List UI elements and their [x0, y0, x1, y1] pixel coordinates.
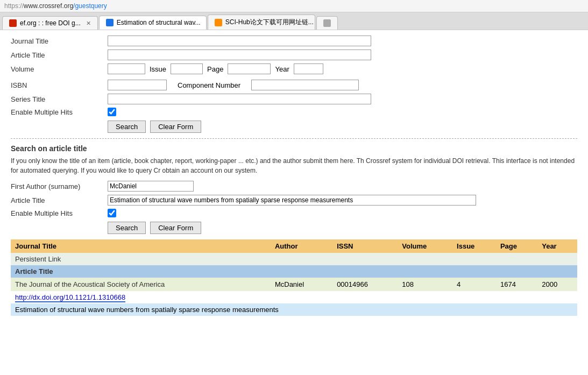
result-page: 1674 [496, 278, 537, 291]
first-author-input[interactable] [108, 181, 194, 192]
article-search-section: Search on article title If you only know… [11, 144, 577, 234]
top-clear-form-button[interactable]: Clear Form [150, 121, 201, 133]
article-section-description: If you only know the title of an item (a… [11, 156, 577, 175]
top-button-row: Search Clear Form [108, 121, 577, 133]
col-issue: Issue [452, 239, 496, 253]
article-title-input[interactable] [108, 195, 476, 206]
result-author: McDaniel [271, 278, 332, 291]
isbn-input[interactable] [108, 80, 167, 90]
result-issn: 00014966 [332, 278, 398, 291]
article-search-button[interactable]: Search [108, 222, 146, 234]
persistent-link-row: Persistent Link [11, 253, 577, 265]
results-table: Journal Title Author ISSN Volume Issue P… [11, 239, 577, 316]
isbn-row: ISBN Component Number [11, 80, 577, 90]
isbn-label: ISBN [11, 81, 108, 89]
volume-row: Volume Issue Page Year [11, 63, 577, 74]
journal-title-label: Journal Title [11, 37, 108, 45]
col-journal-title: Journal Title [11, 239, 271, 253]
result-volume: 108 [398, 278, 452, 291]
article-clear-form-button[interactable]: Clear Form [150, 222, 201, 234]
col-issn: ISSN [332, 239, 398, 253]
tab-3-favicon [215, 19, 222, 26]
page-label: Page [207, 65, 223, 73]
volume-fields: Issue Page Year [108, 63, 323, 74]
page-input[interactable] [228, 63, 271, 74]
col-year: Year [537, 239, 577, 253]
component-number-input[interactable] [251, 80, 359, 90]
top-enable-multiple-hits-checkbox[interactable] [108, 108, 116, 116]
page-content: Journal Title Article Title Volume Issue… [0, 30, 588, 321]
tab-1-label: ef.org : : free DOI g... [20, 19, 81, 27]
doi-cell: http://dx.doi.org/10.1121/1.1310668 [11, 291, 577, 303]
tab-bar: ef.org : : free DOI g... ✕ Estimation of… [0, 12, 588, 30]
top-article-title-row: Article Title [11, 49, 577, 60]
url-display: https://www.crossref.org/guestquery [4, 2, 107, 10]
url-path: /guestquery [73, 2, 107, 10]
article-enable-multiple-hits-label: Enable Multiple Hits [11, 209, 108, 217]
col-page: Page [496, 239, 537, 253]
volume-label: Volume [11, 65, 108, 73]
result-journal-title: The Journal of the Acoustical Society of… [11, 278, 271, 291]
first-author-row: First Author (surname) [11, 181, 577, 192]
isbn-fields: Component Number [108, 80, 359, 90]
result-year: 2000 [537, 278, 577, 291]
issue-input[interactable] [171, 63, 203, 74]
col-author: Author [271, 239, 332, 253]
year-label: Year [275, 65, 289, 73]
article-title-label: Article Title [11, 196, 108, 204]
url-protocol: https:// [4, 2, 24, 10]
table-row: The Journal of the Acoustical Society of… [11, 278, 577, 291]
tab-3[interactable]: SCI-Hub论文下载可用网址链... [208, 15, 315, 30]
tab-2-label: Estimation of structural wav... [117, 19, 201, 26]
url-domain: www.crossref.org [24, 2, 73, 10]
volume-input[interactable] [108, 63, 145, 74]
top-enable-multiple-hits-label: Enable Multiple Hits [11, 108, 108, 116]
journal-title-row: Journal Title [11, 36, 577, 46]
journal-title-input[interactable] [108, 36, 371, 46]
tab-2-favicon [106, 19, 114, 26]
doi-row: http://dx.doi.org/10.1121/1.1310668 [11, 291, 577, 303]
tab-3-label: SCI-Hub论文下载可用网址链... [225, 18, 314, 27]
tab-1-favicon [9, 19, 17, 27]
top-article-title-label: Article Title [11, 51, 108, 59]
tab-1[interactable]: ef.org : : free DOI g... ✕ [2, 16, 98, 30]
article-enable-multiple-hits-checkbox[interactable] [108, 209, 116, 217]
article-title-header-cell: Article Title [11, 265, 577, 278]
article-enable-multiple-hits-row: Enable Multiple Hits [11, 209, 577, 217]
results-header-row: Journal Title Author ISSN Volume Issue P… [11, 239, 577, 253]
top-article-title-input[interactable] [108, 49, 371, 60]
section-divider [11, 138, 577, 139]
article-title-row: Article Title [11, 195, 577, 206]
tab-4[interactable] [316, 16, 338, 30]
article-section-heading: Search on article title [11, 144, 577, 153]
address-bar: https://www.crossref.org/guestquery [0, 0, 588, 12]
browser-chrome: https://www.crossref.org/guestquery ef.o… [0, 0, 588, 30]
result-issue: 4 [452, 278, 496, 291]
first-author-label: First Author (surname) [11, 182, 108, 190]
year-input[interactable] [294, 63, 323, 74]
component-number-label: Component Number [178, 81, 240, 89]
doi-link[interactable]: http://dx.doi.org/10.1121/1.1310668 [15, 293, 125, 302]
article-title-header-row: Article Title [11, 265, 577, 278]
article-button-row: Search Clear Form [108, 222, 577, 234]
series-title-label: Series Title [11, 95, 108, 103]
tab-1-close[interactable]: ✕ [86, 20, 91, 27]
tab-4-favicon [323, 19, 331, 27]
tab-2[interactable]: Estimation of structural wav... [99, 16, 207, 30]
article-text-cell: Estimation of structural wave numbers fr… [11, 303, 577, 316]
col-volume: Volume [398, 239, 452, 253]
persistent-link-cell: Persistent Link [11, 253, 577, 265]
article-text-row: Estimation of structural wave numbers fr… [11, 303, 577, 316]
issue-label: Issue [150, 65, 166, 73]
top-enable-multiple-hits-row: Enable Multiple Hits [11, 108, 577, 116]
series-title-row: Series Title [11, 94, 577, 104]
top-search-form: Journal Title Article Title Volume Issue… [11, 36, 577, 133]
series-title-input[interactable] [108, 94, 371, 104]
top-search-button[interactable]: Search [108, 121, 146, 133]
